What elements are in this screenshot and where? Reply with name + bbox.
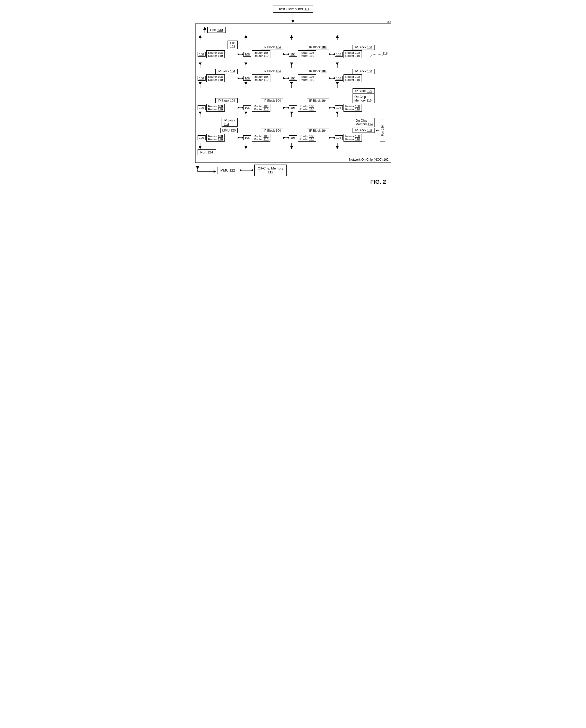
svg-marker-80 (290, 146, 293, 149)
ip-box-r3c4: IP Block 104 (352, 88, 374, 94)
row4-tiles: IP Block104 MMU 120 106 Router 108Router… (197, 118, 389, 141)
ip-box-r3c1: IP Block 104 (215, 98, 237, 103)
port130-id: 130 (217, 28, 223, 32)
r4c2: IP Block 104 106 Router 108Router 110 (243, 128, 283, 141)
ip-box-r4c3: IP Block 104 (307, 128, 329, 133)
router-r4c2: Router 108Router 110 (252, 134, 270, 141)
svg-marker-43 (290, 82, 293, 85)
svg-marker-6 (244, 35, 247, 38)
ir-arrow-34-c3 (289, 112, 294, 117)
offchip-label: Off-Chip Memory (258, 166, 283, 170)
svg-marker-39 (198, 82, 202, 85)
col2-bottom-arrow (243, 143, 248, 149)
router-r3c4: Router 108Router 110 (344, 104, 362, 112)
harrow-r1-23 (283, 52, 289, 58)
svg-marker-60 (290, 112, 293, 114)
mmu-offchip-arrow (240, 168, 253, 172)
r4c1-top: IP Block104 MMU 120 (220, 118, 237, 133)
router-r4c4: Router 108Router 110 (344, 134, 362, 141)
port106-r2c1: 106 (197, 76, 206, 81)
r3c1-router-row: 106 Router 108Router 110 (197, 104, 225, 112)
r4c2-router-row: 106 Router 108Router 110 (243, 134, 270, 141)
col1-router-row: 106 Router 108Router 110 (197, 50, 225, 58)
svg-marker-62 (336, 112, 339, 114)
ip-box-r4c4: IP Block 104 (352, 128, 374, 133)
row2-tiles: IP Block 104 106 Router 108Router 110 (197, 69, 389, 82)
chip-ref: 100 (385, 20, 391, 24)
onchip116-area: IP Block 104 On-ChipMemory 116 (352, 88, 374, 103)
noc-chip: 100 Port 130 (195, 24, 391, 163)
ir-arrow-23-c1 (197, 82, 203, 88)
port106-r4c2: 106 (243, 135, 251, 140)
svg-marker-69 (287, 137, 289, 139)
ir-arrow-34-c4 (335, 112, 340, 117)
svg-marker-26 (290, 62, 293, 65)
col2-cell: IP Block 104 106 Router 108Router 110 (243, 45, 283, 58)
col4-bottom-arrow (335, 143, 340, 149)
ip-box-r3c3: IP Block 104 (307, 98, 329, 103)
router-r2c2: Router 108Router 110 (252, 74, 270, 82)
router-r3c3: Router 108Router 110 (298, 104, 316, 112)
svg-marker-54 (329, 107, 331, 109)
inter-row-3-4 (197, 112, 389, 117)
r3c1: IP Block 104 106 Router 108Router 110 (197, 98, 238, 112)
svg-marker-71 (329, 137, 331, 139)
host-down-arrow (290, 12, 295, 23)
bidir-r3-34 (329, 106, 335, 109)
port130-area: Port 130 (202, 26, 389, 33)
ip-box-r1c3: IP Block 104 (307, 45, 329, 50)
svg-marker-82 (336, 146, 339, 149)
svg-marker-41 (244, 82, 247, 85)
svg-marker-35 (287, 77, 289, 79)
ir-col1 (197, 62, 238, 68)
r4c1-router-row: 106 Router 108Router 110 (197, 134, 225, 141)
svg-marker-72 (332, 137, 335, 139)
harrow-r1-34 (329, 52, 335, 58)
ir-arrow-23-c4 (335, 82, 340, 88)
svg-marker-1 (291, 20, 294, 23)
ir-arrow-34-c1 (197, 112, 203, 117)
router-r3c1: Router 108Router 110 (206, 104, 225, 112)
fig-label-text: FIG. 2 (370, 179, 386, 185)
svg-marker-31 (238, 77, 240, 79)
row3-tiles: IP Block 104 106 Router 108Router 110 (197, 88, 389, 112)
col1-cell: HIP128 106 Router 108Router 110 (197, 41, 238, 58)
col3-router-row: 106 Router 108Router 110 (289, 50, 316, 58)
port106-r2c4: 106 (335, 76, 343, 81)
bidir-r2-12 (238, 76, 243, 80)
hip-box: HIP128 (228, 41, 237, 49)
ir-arrow-12-c4 (335, 62, 340, 68)
row4: IP Block104 MMU 120 106 Router 108Router… (197, 118, 389, 141)
port106-box-r1c4: 106 (335, 52, 343, 57)
r4c4-router-row: 106 Router 108Router 110 (335, 134, 362, 141)
ip-box-r2c4: IP Block 104 (352, 69, 374, 74)
harrow-r2-12 (238, 76, 243, 82)
svg-marker-51 (283, 107, 285, 109)
col2-up-arrow-area (243, 35, 283, 40)
router-r4c1: Router 108Router 110 (206, 134, 225, 141)
port126-area: Port 126 (376, 120, 385, 141)
svg-marker-55 (332, 107, 335, 109)
bidir-r3-12 (238, 106, 243, 109)
svg-text:118: 118 (382, 52, 388, 55)
svg-marker-48 (238, 107, 240, 109)
svg-marker-28 (336, 62, 339, 65)
r3c3: IP Block 104 106 Router 108Router 110 (289, 98, 329, 112)
svg-marker-38 (332, 77, 335, 79)
svg-marker-13 (238, 53, 240, 55)
svg-marker-86 (214, 170, 216, 173)
r4c1: IP Block104 MMU 120 106 Router 108Router… (197, 118, 238, 141)
svg-marker-10 (336, 35, 339, 38)
col2-up-arrow (243, 35, 248, 40)
port106-r4c3: 106 (289, 135, 297, 140)
ip-box-r2c1: IP Block 104 (215, 69, 237, 74)
harrow-r1-12 (238, 52, 243, 58)
ip-box-r3c2: IP Block 104 (261, 98, 283, 103)
port106-r3c1: 106 (197, 105, 206, 110)
ir-arrow-12-c3 (289, 62, 294, 68)
host-id: 10 (304, 7, 309, 11)
port126-left-arrow (376, 129, 379, 132)
r2c4-router-row: 106 Router 108Router 110 (335, 74, 362, 82)
svg-marker-37 (329, 77, 331, 79)
r3c4-router-row: 106 Router 108Router 110 (335, 104, 362, 112)
